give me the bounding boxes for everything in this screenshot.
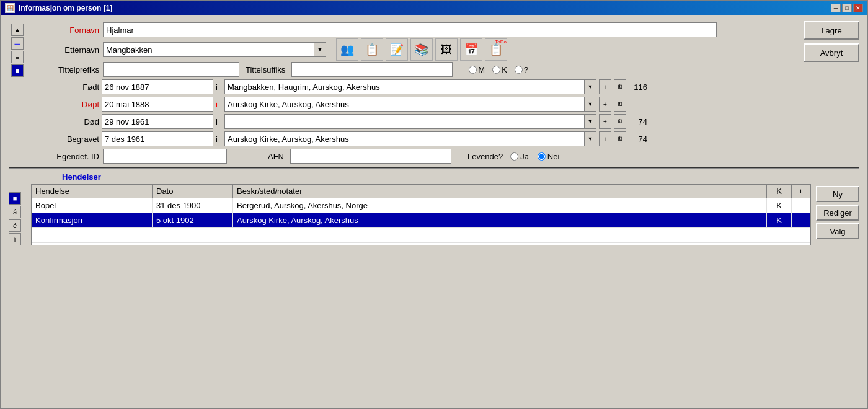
table-row[interactable]: Bopel 31 des 1900 Bergerud, Aurskog, Ake… (32, 198, 810, 213)
fodt-location-input[interactable] (224, 79, 584, 94)
etternavn-input[interactable] (103, 42, 314, 57)
toolbar: 👥 📋 📝 📚 🖼 (336, 38, 507, 61)
gender-k-radio[interactable] (492, 66, 500, 74)
dod-location-input[interactable] (224, 114, 584, 129)
etternavn-row: Etternavn ▼ 👥 📋 📝 (31, 38, 799, 61)
id-afn-row: Egendef. ID AFN Levende? Ja Nei (31, 147, 799, 165)
levende-nei-radio[interactable] (538, 152, 546, 161)
nav-square-button[interactable]: ■ (11, 64, 24, 77)
fodt-row: Født i ▼ + 🗓 116 (31, 78, 799, 95)
levende-ja-option[interactable]: Ja (510, 152, 529, 161)
begravet-label: Begravet (31, 134, 99, 144)
tittelsuffiks-label: Tittelsuffiks (246, 65, 285, 74)
fodt-label: Født (31, 82, 99, 92)
th-beskr: Beskr/sted/notater (233, 185, 767, 198)
ja-label: Ja (520, 152, 529, 161)
dod-plus-btn[interactable]: + (599, 114, 611, 129)
title-buttons: ─ □ ✕ (831, 4, 863, 12)
fodt-location-dropdown: ▼ (224, 79, 596, 94)
afn-input[interactable] (290, 149, 451, 164)
dopt-label: Døpt (31, 100, 99, 109)
lagre-button[interactable]: Lagre (804, 21, 859, 40)
k-label: K (502, 65, 507, 74)
gender-k-option[interactable]: K (492, 65, 507, 74)
nav-lines-button[interactable]: ≡ (11, 51, 24, 63)
dod-calc-btn[interactable]: 🗓 (614, 114, 626, 129)
dopt-location-dropdown-btn[interactable]: ▼ (584, 97, 596, 112)
dod-location-dropdown-btn[interactable]: ▼ (584, 114, 596, 129)
tittelprefiks-input[interactable] (103, 62, 239, 77)
dopt-location-input[interactable] (224, 97, 584, 112)
gender-q-option[interactable]: ? (515, 65, 528, 74)
nei-label: Nei (547, 152, 560, 161)
action-buttons: Lagre Avbryt (804, 21, 859, 165)
close-button[interactable]: ✕ (853, 4, 863, 12)
egndef-id-input[interactable] (103, 149, 227, 164)
maximize-button[interactable]: □ (842, 4, 852, 12)
levende-nei-option[interactable]: Nei (538, 152, 560, 161)
dopt-plus-btn[interactable]: + (599, 97, 611, 112)
nav-a-button[interactable]: á (9, 206, 21, 218)
fornavn-row: Fornavn (31, 21, 799, 38)
begravet-location-input[interactable] (224, 131, 584, 146)
todo-icon: 📋 (489, 43, 503, 56)
nav-up-button[interactable]: ▲ (11, 24, 24, 36)
rediger-button[interactable]: Rediger (816, 205, 859, 221)
dopt-date-input[interactable] (102, 97, 213, 112)
td-plus-1 (792, 198, 810, 213)
th-dato: Dato (153, 185, 233, 198)
fornavn-input[interactable] (103, 22, 717, 37)
window-icon: 🪟 (5, 3, 15, 13)
form-rows: Fornavn Etternavn ▼ 👥 (31, 21, 799, 165)
valg-button[interactable]: Valg (816, 223, 859, 239)
bottom-left-nav: ■ á é í (9, 172, 26, 245)
ny-button[interactable]: Ny (816, 186, 859, 202)
fodt-calc-btn[interactable]: 🗓 (614, 79, 626, 94)
people-icon: 👥 (340, 43, 354, 56)
nav-i-button[interactable]: í (9, 233, 21, 245)
table-row-selected[interactable]: Konfirmasjon 5 okt 1902 Aurskog Kirke, A… (32, 213, 810, 228)
hendelser-table: Hendelse Dato Beskr/sted/notater K + Bop… (31, 184, 811, 245)
fodt-plus-btn[interactable]: + (599, 79, 611, 94)
gender-q-radio[interactable] (515, 66, 523, 74)
begravet-location-dropdown-btn[interactable]: ▼ (584, 131, 596, 146)
dod-date-input[interactable] (102, 114, 213, 129)
gender-m-radio[interactable] (469, 66, 477, 74)
toolbar-people-button[interactable]: 👥 (336, 38, 358, 61)
todo-label-small: ToDo (495, 39, 507, 45)
calendar-icon: 📅 (464, 43, 478, 56)
dopt-calc-btn[interactable]: 🗓 (614, 97, 626, 112)
nav-square2-button[interactable]: ■ (9, 192, 21, 205)
levende-ja-radio[interactable] (510, 152, 518, 161)
td-plus-2 (792, 213, 810, 227)
hendelser-table-container: Hendelser Hendelse Dato Beskr/sted/notat… (31, 172, 811, 245)
main-window: 🪟 Informasjon om person [1] ─ □ ✕ ▲ ─ ≡ … (0, 0, 868, 409)
toolbar-photo-button[interactable]: 🖼 (435, 38, 458, 61)
toolbar-calendar-button[interactable]: 📅 (460, 38, 482, 61)
nav-minus-button[interactable]: ─ (11, 37, 24, 50)
etternavn-dropdown-button[interactable]: ▼ (314, 42, 326, 57)
begravet-date-input[interactable] (102, 131, 213, 146)
nav-e-button[interactable]: é (9, 219, 21, 232)
egndef-id-label: Egendef. ID (31, 152, 99, 161)
dopt-location-dropdown: ▼ (224, 97, 596, 112)
td-dato-1: 31 des 1900 (153, 198, 233, 213)
dod-num: 74 (629, 117, 647, 126)
avbryt-button[interactable]: Avbryt (804, 43, 859, 62)
toolbar-books-button[interactable]: 📚 (410, 38, 433, 61)
toolbar-notes-button[interactable]: 📝 (386, 38, 408, 61)
begravet-calc-btn[interactable]: 🗓 (614, 131, 626, 146)
etternavn-dropdown: ▼ (103, 42, 326, 57)
begravet-plus-btn[interactable]: + (599, 131, 611, 146)
tittelsuffiks-input[interactable] (291, 62, 453, 77)
etternavn-label: Etternavn (31, 45, 99, 55)
toolbar-todo-button[interactable]: 📋 ToDo (485, 38, 507, 61)
dopt-row: Døpt i ▼ + 🗓 (31, 95, 799, 113)
gender-m-option[interactable]: M (469, 65, 485, 74)
fodt-location-dropdown-btn[interactable]: ▼ (584, 79, 596, 94)
fodt-date-input[interactable] (102, 79, 213, 94)
toolbar-book-button[interactable]: 📋 (361, 38, 383, 61)
minimize-button[interactable]: ─ (831, 4, 841, 12)
dod-label: Død (31, 117, 99, 126)
td-beskr-2: Aurskog Kirke, Aurskog, Akershus (233, 213, 767, 227)
